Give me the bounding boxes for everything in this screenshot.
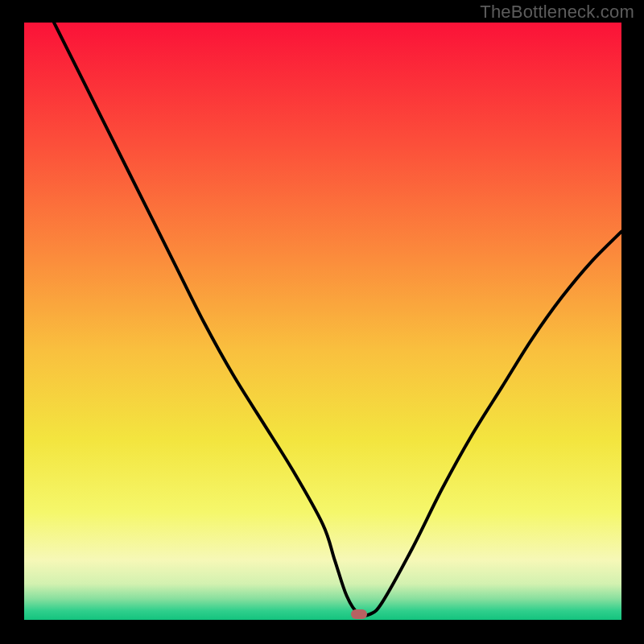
watermark-text: TheBottleneck.com [480, 2, 634, 23]
plot-area [24, 23, 621, 620]
optimal-point-marker [351, 609, 367, 619]
bottleneck-curve [54, 23, 621, 616]
chart-frame: TheBottleneck.com [0, 0, 644, 644]
curve-layer [24, 23, 621, 620]
